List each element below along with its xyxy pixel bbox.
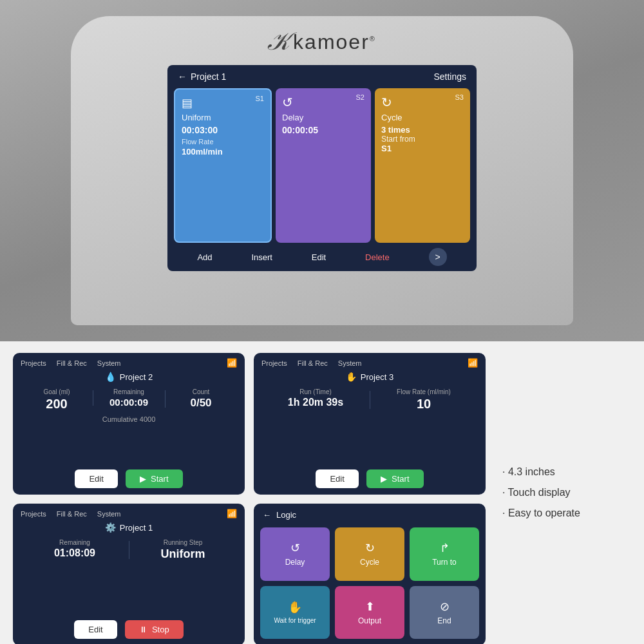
stat-goal: Goal (ml) 200 bbox=[21, 388, 93, 412]
panels-grid: Projects Fill & Rec System 📶 💧 Project 2… bbox=[13, 353, 486, 632]
footer-delete[interactable]: Delete bbox=[365, 252, 390, 262]
edit-btn-p3[interactable]: Edit bbox=[316, 469, 358, 488]
logic-btn-end[interactable]: ⊘ End bbox=[410, 586, 479, 639]
trigger-icon: ✋ bbox=[288, 600, 302, 614]
start-btn-p2[interactable]: ▶ Start bbox=[126, 469, 183, 488]
step-num-s1: S1 bbox=[256, 95, 264, 102]
nav-fillrec-p1r[interactable]: Fill & Rec bbox=[57, 510, 87, 518]
panel3-buttons: Edit ▶ Start bbox=[254, 464, 486, 495]
step-num-s3: S3 bbox=[455, 93, 464, 101]
wifi-icon-p1r: 📶 bbox=[227, 509, 237, 518]
step-type-s3: Cycle bbox=[381, 113, 464, 122]
wifi-icon-p1: 📶 bbox=[227, 358, 237, 368]
step-detail-s3-s1: S1 bbox=[381, 144, 464, 153]
stop-btn-p1r[interactable]: ⏸ Stop bbox=[125, 620, 184, 639]
panel1r-stats: Remaining 01:08:09 Running Step Uniform bbox=[13, 536, 245, 564]
side-text-operate: · Easy to operate bbox=[502, 507, 580, 519]
cycle-icon: ↻ bbox=[365, 541, 375, 555]
screen-footer: Add Insert Edit Delete > bbox=[167, 243, 477, 271]
step-icon-s1: ▤ bbox=[182, 96, 264, 110]
logic-title: Logic bbox=[276, 510, 296, 520]
nav-projects-p3[interactable]: Projects bbox=[261, 359, 287, 367]
screen-back-btn[interactable]: ← Project 1 bbox=[178, 71, 226, 82]
turnto-label: Turn to bbox=[432, 558, 457, 567]
footer-add[interactable]: Add bbox=[197, 252, 212, 262]
brand-logo: 𝒦 kamoer® bbox=[268, 28, 376, 56]
footer-nav[interactable]: > bbox=[429, 248, 447, 266]
step-detail-s3-from: Start from bbox=[381, 135, 464, 144]
nav-fillrec-p1[interactable]: Fill & Rec bbox=[57, 359, 87, 367]
panel2-nav: Projects Fill & Rec System 📶 bbox=[13, 353, 245, 370]
step-card-s1[interactable]: S1 ▤ Uniform 00:03:00 Flow Rate 100ml/mi… bbox=[174, 88, 272, 243]
end-label: End bbox=[437, 616, 451, 625]
brand-reg: ® bbox=[370, 35, 376, 43]
droplet-icon: 💧 bbox=[105, 372, 116, 382]
nav-projects-p1r[interactable]: Projects bbox=[21, 510, 46, 518]
screen-header: ← Project 1 Settings bbox=[167, 65, 477, 88]
step-type-s2: Delay bbox=[282, 113, 365, 122]
step-num-s2: S2 bbox=[356, 93, 365, 101]
logic-back-icon[interactable]: ← bbox=[263, 510, 271, 520]
nav-system-p1r[interactable]: System bbox=[97, 510, 121, 518]
device-body: 𝒦 kamoer® ← Project 1 Settings S1 ▤ bbox=[71, 16, 573, 325]
delay-label: Delay bbox=[285, 558, 305, 567]
logo-icon: 𝒦 bbox=[268, 28, 288, 56]
logic-btn-delay[interactable]: ↺ Delay bbox=[260, 527, 330, 581]
cycle-label: Cycle bbox=[360, 558, 379, 567]
logic-btn-cycle[interactable]: ↻ Cycle bbox=[335, 527, 404, 581]
panel2-buttons: Edit ▶ Start bbox=[13, 464, 245, 495]
start-btn-p3[interactable]: ▶ Start bbox=[366, 469, 424, 488]
logic-btn-trigger[interactable]: ✋ Wait for trigger bbox=[260, 586, 330, 639]
edit-btn-p1r[interactable]: Edit bbox=[74, 620, 117, 639]
panel1r-buttons: Edit ⏸ Stop bbox=[13, 615, 245, 644]
wifi-icon-p3: 📶 bbox=[468, 358, 478, 368]
brand-name: kamoer® bbox=[293, 30, 376, 54]
step-detail-s3-times: 3 times bbox=[381, 125, 464, 135]
trigger-label: Wait for trigger bbox=[274, 617, 316, 624]
panel1r-title: ⚙️ Project 1 bbox=[13, 521, 245, 536]
gear-icon: ⚙️ bbox=[105, 522, 116, 533]
side-text: · 4.3 inches · Touch display · Easy to o… bbox=[496, 353, 580, 632]
panel-project1-running: Projects Fill & Rec System 📶 ⚙️ Project … bbox=[13, 504, 245, 644]
step-icon-s3: ↻ bbox=[381, 95, 464, 110]
panel-logic: ← Logic ↺ Delay ↻ Cycle ↱ Turn to ✋ bbox=[254, 504, 486, 644]
stat-flowrate: Flow Rate (ml/min) 10 bbox=[370, 388, 478, 412]
device-section: 𝒦 kamoer® ← Project 1 Settings S1 ▤ bbox=[0, 0, 644, 341]
stat-count: Count 0/50 bbox=[165, 388, 237, 410]
step-icon-s2: ↺ bbox=[282, 95, 365, 110]
logic-btn-output[interactable]: ⬆ Output bbox=[335, 586, 404, 639]
cumulative-p2: Cumulative 4000 bbox=[13, 414, 245, 427]
panel3-nav: Projects Fill & Rec System 📶 bbox=[254, 353, 486, 370]
side-text-inches: · 4.3 inches bbox=[502, 466, 580, 478]
output-icon: ⬆ bbox=[365, 600, 375, 614]
edit-btn-p2[interactable]: Edit bbox=[75, 469, 117, 488]
stat-remaining-p2: Remaining 00:00:09 bbox=[93, 388, 165, 408]
panel3-title: ✋ Project 3 bbox=[254, 370, 486, 386]
footer-edit[interactable]: Edit bbox=[312, 252, 326, 262]
bottom-section: Projects Fill & Rec System 📶 💧 Project 2… bbox=[0, 341, 644, 644]
step-value-s1: 100ml/min bbox=[182, 147, 264, 156]
step-time-s1: 00:03:00 bbox=[182, 125, 264, 135]
panel1r-nav: Projects Fill & Rec System 📶 bbox=[13, 504, 245, 521]
output-label: Output bbox=[358, 616, 381, 625]
logic-header: ← Logic bbox=[254, 504, 486, 524]
stat-runtime: Run (Time) 1h 20m 39s bbox=[261, 388, 370, 408]
nav-system-p3[interactable]: System bbox=[338, 359, 362, 367]
side-text-touch: · Touch display bbox=[502, 487, 580, 498]
device-screen: ← Project 1 Settings S1 ▤ Uniform 00:03:… bbox=[167, 65, 477, 271]
step-time-s2: 00:00:05 bbox=[282, 125, 365, 135]
screen-settings-btn[interactable]: Settings bbox=[433, 71, 466, 82]
logic-grid: ↺ Delay ↻ Cycle ↱ Turn to ✋ Wait for tri… bbox=[254, 524, 486, 644]
delay-icon: ↺ bbox=[290, 541, 300, 555]
step-card-s3[interactable]: S3 ↻ Cycle 3 times Start from S1 bbox=[375, 88, 470, 243]
step-label-s1: Flow Rate bbox=[182, 138, 264, 146]
logic-btn-turnto[interactable]: ↱ Turn to bbox=[410, 527, 479, 581]
footer-insert[interactable]: Insert bbox=[251, 252, 272, 262]
nav-fillrec-p3[interactable]: Fill & Rec bbox=[298, 359, 328, 367]
step-card-s2[interactable]: S2 ↺ Delay 00:00:05 bbox=[276, 88, 371, 243]
panel-project2: Projects Fill & Rec System 📶 💧 Project 2… bbox=[13, 353, 245, 495]
stat-remaining-p1r: Remaining 01:08:09 bbox=[21, 539, 129, 559]
screen-steps: S1 ▤ Uniform 00:03:00 Flow Rate 100ml/mi… bbox=[167, 88, 477, 243]
nav-projects-p1[interactable]: Projects bbox=[21, 359, 46, 367]
nav-system-p1[interactable]: System bbox=[97, 359, 121, 367]
